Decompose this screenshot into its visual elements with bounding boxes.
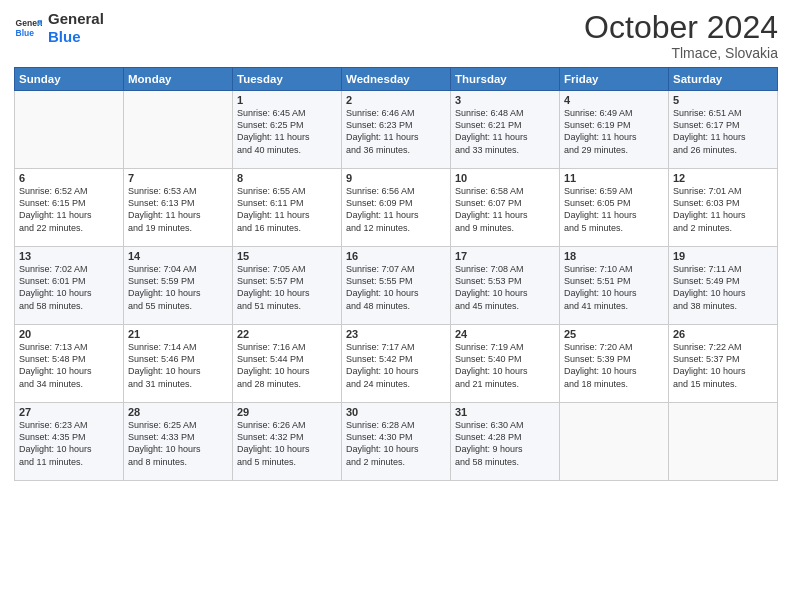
calendar-cell: 27Sunrise: 6:23 AM Sunset: 4:35 PM Dayli… bbox=[15, 403, 124, 481]
location: Tlmace, Slovakia bbox=[584, 45, 778, 61]
day-detail: Sunrise: 6:52 AM Sunset: 6:15 PM Dayligh… bbox=[19, 185, 119, 234]
calendar-cell: 17Sunrise: 7:08 AM Sunset: 5:53 PM Dayli… bbox=[451, 247, 560, 325]
calendar-cell: 8Sunrise: 6:55 AM Sunset: 6:11 PM Daylig… bbox=[233, 169, 342, 247]
day-number: 24 bbox=[455, 328, 555, 340]
calendar-cell: 16Sunrise: 7:07 AM Sunset: 5:55 PM Dayli… bbox=[342, 247, 451, 325]
calendar-cell: 18Sunrise: 7:10 AM Sunset: 5:51 PM Dayli… bbox=[560, 247, 669, 325]
day-detail: Sunrise: 7:20 AM Sunset: 5:39 PM Dayligh… bbox=[564, 341, 664, 390]
day-number: 22 bbox=[237, 328, 337, 340]
day-number: 16 bbox=[346, 250, 446, 262]
day-detail: Sunrise: 7:11 AM Sunset: 5:49 PM Dayligh… bbox=[673, 263, 773, 312]
weekday-header-friday: Friday bbox=[560, 68, 669, 91]
day-detail: Sunrise: 6:48 AM Sunset: 6:21 PM Dayligh… bbox=[455, 107, 555, 156]
calendar-cell: 24Sunrise: 7:19 AM Sunset: 5:40 PM Dayli… bbox=[451, 325, 560, 403]
day-number: 11 bbox=[564, 172, 664, 184]
day-detail: Sunrise: 6:28 AM Sunset: 4:30 PM Dayligh… bbox=[346, 419, 446, 468]
calendar-cell: 22Sunrise: 7:16 AM Sunset: 5:44 PM Dayli… bbox=[233, 325, 342, 403]
calendar-cell bbox=[124, 91, 233, 169]
day-number: 3 bbox=[455, 94, 555, 106]
calendar-body: 1Sunrise: 6:45 AM Sunset: 6:25 PM Daylig… bbox=[15, 91, 778, 481]
calendar-cell: 20Sunrise: 7:13 AM Sunset: 5:48 PM Dayli… bbox=[15, 325, 124, 403]
calendar-cell: 23Sunrise: 7:17 AM Sunset: 5:42 PM Dayli… bbox=[342, 325, 451, 403]
calendar-cell: 21Sunrise: 7:14 AM Sunset: 5:46 PM Dayli… bbox=[124, 325, 233, 403]
calendar-cell: 26Sunrise: 7:22 AM Sunset: 5:37 PM Dayli… bbox=[669, 325, 778, 403]
calendar-cell bbox=[15, 91, 124, 169]
day-detail: Sunrise: 6:26 AM Sunset: 4:32 PM Dayligh… bbox=[237, 419, 337, 468]
calendar-cell: 5Sunrise: 6:51 AM Sunset: 6:17 PM Daylig… bbox=[669, 91, 778, 169]
calendar-cell: 6Sunrise: 6:52 AM Sunset: 6:15 PM Daylig… bbox=[15, 169, 124, 247]
day-number: 19 bbox=[673, 250, 773, 262]
day-number: 30 bbox=[346, 406, 446, 418]
day-detail: Sunrise: 6:53 AM Sunset: 6:13 PM Dayligh… bbox=[128, 185, 228, 234]
calendar-cell: 15Sunrise: 7:05 AM Sunset: 5:57 PM Dayli… bbox=[233, 247, 342, 325]
calendar-week-5: 27Sunrise: 6:23 AM Sunset: 4:35 PM Dayli… bbox=[15, 403, 778, 481]
calendar-cell: 11Sunrise: 6:59 AM Sunset: 6:05 PM Dayli… bbox=[560, 169, 669, 247]
calendar-header: SundayMondayTuesdayWednesdayThursdayFrid… bbox=[15, 68, 778, 91]
day-number: 12 bbox=[673, 172, 773, 184]
day-detail: Sunrise: 6:56 AM Sunset: 6:09 PM Dayligh… bbox=[346, 185, 446, 234]
weekday-header-row: SundayMondayTuesdayWednesdayThursdayFrid… bbox=[15, 68, 778, 91]
day-detail: Sunrise: 6:55 AM Sunset: 6:11 PM Dayligh… bbox=[237, 185, 337, 234]
day-number: 27 bbox=[19, 406, 119, 418]
day-detail: Sunrise: 7:13 AM Sunset: 5:48 PM Dayligh… bbox=[19, 341, 119, 390]
day-number: 14 bbox=[128, 250, 228, 262]
day-detail: Sunrise: 6:59 AM Sunset: 6:05 PM Dayligh… bbox=[564, 185, 664, 234]
day-detail: Sunrise: 7:16 AM Sunset: 5:44 PM Dayligh… bbox=[237, 341, 337, 390]
weekday-header-tuesday: Tuesday bbox=[233, 68, 342, 91]
day-detail: Sunrise: 7:05 AM Sunset: 5:57 PM Dayligh… bbox=[237, 263, 337, 312]
day-detail: Sunrise: 6:46 AM Sunset: 6:23 PM Dayligh… bbox=[346, 107, 446, 156]
calendar-cell: 12Sunrise: 7:01 AM Sunset: 6:03 PM Dayli… bbox=[669, 169, 778, 247]
svg-text:Blue: Blue bbox=[16, 28, 35, 38]
calendar-cell: 28Sunrise: 6:25 AM Sunset: 4:33 PM Dayli… bbox=[124, 403, 233, 481]
day-number: 1 bbox=[237, 94, 337, 106]
calendar-table: SundayMondayTuesdayWednesdayThursdayFrid… bbox=[14, 67, 778, 481]
day-number: 25 bbox=[564, 328, 664, 340]
day-detail: Sunrise: 6:58 AM Sunset: 6:07 PM Dayligh… bbox=[455, 185, 555, 234]
day-detail: Sunrise: 7:08 AM Sunset: 5:53 PM Dayligh… bbox=[455, 263, 555, 312]
calendar-cell: 14Sunrise: 7:04 AM Sunset: 5:59 PM Dayli… bbox=[124, 247, 233, 325]
day-number: 20 bbox=[19, 328, 119, 340]
calendar-cell bbox=[560, 403, 669, 481]
calendar-cell: 3Sunrise: 6:48 AM Sunset: 6:21 PM Daylig… bbox=[451, 91, 560, 169]
calendar-cell: 31Sunrise: 6:30 AM Sunset: 4:28 PM Dayli… bbox=[451, 403, 560, 481]
month-title: October 2024 bbox=[584, 10, 778, 45]
day-number: 29 bbox=[237, 406, 337, 418]
day-detail: Sunrise: 6:51 AM Sunset: 6:17 PM Dayligh… bbox=[673, 107, 773, 156]
logo: General Blue General Blue bbox=[14, 10, 104, 46]
day-number: 18 bbox=[564, 250, 664, 262]
weekday-header-saturday: Saturday bbox=[669, 68, 778, 91]
day-number: 31 bbox=[455, 406, 555, 418]
calendar-cell: 7Sunrise: 6:53 AM Sunset: 6:13 PM Daylig… bbox=[124, 169, 233, 247]
day-detail: Sunrise: 6:49 AM Sunset: 6:19 PM Dayligh… bbox=[564, 107, 664, 156]
day-number: 15 bbox=[237, 250, 337, 262]
day-detail: Sunrise: 7:10 AM Sunset: 5:51 PM Dayligh… bbox=[564, 263, 664, 312]
calendar-cell: 29Sunrise: 6:26 AM Sunset: 4:32 PM Dayli… bbox=[233, 403, 342, 481]
calendar-cell: 19Sunrise: 7:11 AM Sunset: 5:49 PM Dayli… bbox=[669, 247, 778, 325]
day-detail: Sunrise: 6:23 AM Sunset: 4:35 PM Dayligh… bbox=[19, 419, 119, 468]
logo-text-blue: Blue bbox=[48, 28, 104, 46]
day-number: 13 bbox=[19, 250, 119, 262]
title-block: October 2024 Tlmace, Slovakia bbox=[584, 10, 778, 61]
day-detail: Sunrise: 7:14 AM Sunset: 5:46 PM Dayligh… bbox=[128, 341, 228, 390]
weekday-header-monday: Monday bbox=[124, 68, 233, 91]
day-number: 5 bbox=[673, 94, 773, 106]
header: General Blue General Blue October 2024 T… bbox=[14, 10, 778, 61]
day-number: 28 bbox=[128, 406, 228, 418]
day-number: 6 bbox=[19, 172, 119, 184]
day-number: 7 bbox=[128, 172, 228, 184]
day-detail: Sunrise: 7:07 AM Sunset: 5:55 PM Dayligh… bbox=[346, 263, 446, 312]
day-detail: Sunrise: 7:02 AM Sunset: 6:01 PM Dayligh… bbox=[19, 263, 119, 312]
day-number: 4 bbox=[564, 94, 664, 106]
day-detail: Sunrise: 6:25 AM Sunset: 4:33 PM Dayligh… bbox=[128, 419, 228, 468]
logo-icon: General Blue bbox=[14, 14, 42, 42]
calendar-container: General Blue General Blue October 2024 T… bbox=[0, 0, 792, 612]
calendar-week-1: 1Sunrise: 6:45 AM Sunset: 6:25 PM Daylig… bbox=[15, 91, 778, 169]
day-number: 9 bbox=[346, 172, 446, 184]
calendar-cell: 13Sunrise: 7:02 AM Sunset: 6:01 PM Dayli… bbox=[15, 247, 124, 325]
day-number: 21 bbox=[128, 328, 228, 340]
calendar-week-3: 13Sunrise: 7:02 AM Sunset: 6:01 PM Dayli… bbox=[15, 247, 778, 325]
calendar-cell: 9Sunrise: 6:56 AM Sunset: 6:09 PM Daylig… bbox=[342, 169, 451, 247]
weekday-header-wednesday: Wednesday bbox=[342, 68, 451, 91]
calendar-cell: 2Sunrise: 6:46 AM Sunset: 6:23 PM Daylig… bbox=[342, 91, 451, 169]
day-detail: Sunrise: 7:17 AM Sunset: 5:42 PM Dayligh… bbox=[346, 341, 446, 390]
